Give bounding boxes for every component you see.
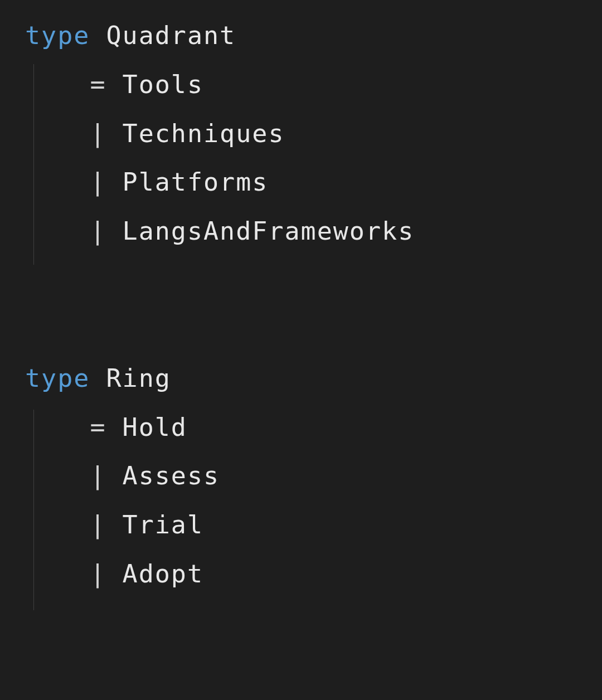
type-name-quadrant: Quadrant	[106, 21, 236, 50]
constructor-langsandframeworks: LangsAndFrameworks	[123, 216, 415, 246]
constructor-platforms: Platforms	[123, 167, 269, 197]
indent-guide-2	[33, 410, 34, 610]
code-line: | Trial	[25, 500, 602, 550]
pipe-sign: |	[90, 559, 106, 589]
blank-line	[25, 256, 602, 305]
code-line: | Adopt	[25, 550, 602, 599]
type-name-ring: Ring	[106, 363, 171, 393]
code-line: type Ring	[25, 354, 602, 403]
pipe-sign: |	[90, 510, 106, 539]
code-line: = Tools	[25, 60, 602, 109]
code-line: | Techniques	[25, 109, 602, 158]
constructor-techniques: Techniques	[123, 119, 285, 148]
equals-sign: =	[90, 412, 106, 442]
code-line: | Platforms	[25, 158, 602, 207]
constructor-trial: Trial	[123, 510, 203, 539]
indent-guide-1	[33, 64, 34, 265]
pipe-sign: |	[90, 461, 106, 490]
keyword-type: type	[25, 21, 90, 50]
code-editor[interactable]: type Quadrant = Tools | Techniques | Pla…	[0, 11, 602, 599]
equals-sign: =	[90, 70, 106, 99]
constructor-tools: Tools	[123, 70, 203, 99]
code-line: type Quadrant	[25, 11, 602, 60]
code-line: = Hold	[25, 403, 602, 452]
constructor-hold: Hold	[123, 412, 187, 442]
blank-line	[25, 305, 602, 354]
code-line: | LangsAndFrameworks	[25, 207, 602, 256]
pipe-sign: |	[90, 119, 106, 148]
keyword-type: type	[25, 363, 90, 393]
constructor-assess: Assess	[123, 461, 220, 490]
code-line: | Assess	[25, 451, 602, 500]
constructor-adopt: Adopt	[123, 559, 203, 589]
pipe-sign: |	[90, 167, 106, 197]
pipe-sign: |	[90, 216, 106, 246]
